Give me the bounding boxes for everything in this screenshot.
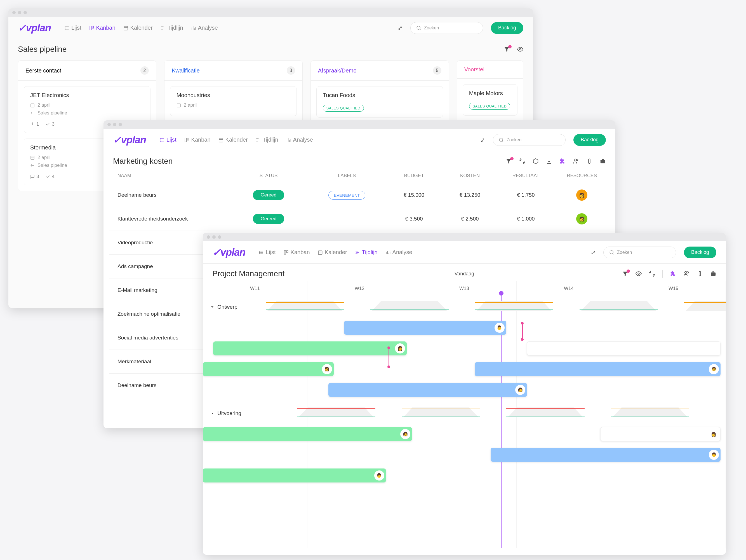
window-control[interactable] (212, 235, 216, 239)
card-pipeline: Sales pipeline (30, 110, 144, 116)
gantt-bar[interactable] (527, 341, 721, 356)
gantt-bar[interactable]: 👩 (203, 427, 412, 441)
tab-analyse[interactable]: Analyse (286, 137, 313, 143)
box-icon[interactable] (533, 158, 539, 164)
window-control[interactable] (24, 11, 27, 14)
column-header[interactable]: Voorstel (457, 61, 523, 79)
expand-icon[interactable]: ⤢ (480, 137, 485, 143)
tab-lijst[interactable]: Lijst (64, 25, 81, 31)
svg-point-17 (417, 26, 420, 29)
tab-tijdlijn[interactable]: Tijdlijn (161, 25, 183, 31)
window-control[interactable] (18, 11, 21, 14)
download-icon[interactable] (546, 158, 552, 164)
filter-icon[interactable]: 1 (506, 158, 512, 164)
eye-icon[interactable] (517, 46, 523, 52)
today-label[interactable]: Vandaag (455, 271, 475, 277)
puzzle-icon[interactable] (560, 158, 566, 164)
svg-rect-8 (124, 26, 128, 30)
filter-icon[interactable] (504, 46, 510, 52)
gantt-bar[interactable]: 👨 (344, 321, 506, 335)
avatar: 👨 (374, 471, 384, 480)
svg-point-19 (519, 49, 521, 50)
column-header[interactable]: Kwalificatie 3 (165, 61, 303, 81)
tab-tijdlijn[interactable]: Tijdlijn (355, 249, 378, 255)
tab-lijst[interactable]: Lijst (259, 249, 276, 255)
timeline-body[interactable]: Ontwerp 👨 👩 👩 👨 👩 Ui (203, 296, 726, 548)
attach-icon[interactable] (697, 271, 703, 277)
tab-kanban[interactable]: Kanban (184, 137, 211, 143)
briefcase-icon[interactable] (710, 271, 716, 277)
topbar: ✓vplan Lijst Kanban Kalender Tijdlijn An… (203, 241, 726, 263)
window-control[interactable] (119, 123, 122, 126)
col-header[interactable]: BUDGET (386, 173, 442, 178)
search-input[interactable]: Zoeken (603, 247, 676, 258)
tab-tijdlijn[interactable]: Tijdlijn (256, 137, 278, 143)
check-count: 3 (46, 121, 54, 127)
kanban-card[interactable]: Maple Motors SALES QUALIFIED (463, 84, 517, 116)
svg-line-67 (613, 253, 614, 254)
check-icon (46, 122, 50, 127)
col-header[interactable]: LABELS (308, 173, 386, 178)
qualified-badge: SALES QUALIFIED (323, 105, 364, 112)
backlog-button[interactable]: Backlog (573, 134, 606, 146)
gantt-bar[interactable]: 👩 (600, 427, 721, 441)
col-header[interactable]: KOSTEN (442, 173, 498, 178)
col-header[interactable]: STATUS (229, 173, 308, 178)
search-input[interactable]: Zoeken (410, 22, 483, 34)
backlog-button[interactable]: Backlog (491, 22, 523, 34)
tab-kalender[interactable]: Kalender (318, 249, 347, 255)
tab-analyse[interactable]: Analyse (191, 25, 218, 31)
expand-icon[interactable]: ⤢ (591, 249, 596, 256)
svg-point-4 (65, 28, 65, 28)
col-header[interactable]: RESULTAAT (498, 173, 554, 178)
table-row[interactable]: Klanttevredenheidsonderzoek Gereed € 3.5… (109, 207, 610, 231)
avatar: 👨 (709, 450, 719, 460)
window-control[interactable] (107, 123, 111, 126)
search-input[interactable]: Zoeken (493, 134, 566, 146)
topbar: ✓vplan Lijst Kanban Kalender Tijdlijn An… (8, 17, 533, 39)
column-header[interactable]: Afspraak/Demo 5 (311, 61, 449, 81)
backlog-button[interactable]: Backlog (684, 247, 716, 258)
eye-icon[interactable] (635, 271, 642, 277)
col-header[interactable]: RESOURCES (554, 173, 610, 178)
gantt-bar[interactable]: 👩 (213, 341, 407, 356)
users-icon[interactable] (573, 158, 579, 164)
tab-kanban[interactable]: Kanban (284, 249, 310, 255)
column-header[interactable]: Eerste contact 2 (18, 61, 156, 81)
cell-kosten: € 13.250 (442, 192, 498, 198)
tab-kalender[interactable]: Kalender (219, 137, 248, 143)
tab-kalender[interactable]: Kalender (123, 25, 153, 31)
kanban-card[interactable]: Moondustries 2 april (170, 86, 297, 116)
window-control[interactable] (113, 123, 116, 126)
gantt-bar[interactable]: 👩 (203, 362, 334, 376)
tab-analyse[interactable]: Analyse (385, 249, 412, 255)
tools-icon[interactable] (649, 271, 655, 277)
window-control[interactable] (218, 235, 221, 239)
expand-icon[interactable]: ⤢ (398, 25, 403, 31)
window-control[interactable] (207, 235, 210, 239)
col-header[interactable]: NAAM (117, 173, 229, 178)
avatar: 👩 (576, 213, 587, 224)
window-control[interactable] (12, 11, 16, 14)
attach-icon[interactable] (586, 158, 593, 164)
tab-kanban[interactable]: Kanban (89, 25, 116, 31)
gantt-bar[interactable]: 👩 (328, 383, 527, 397)
avatar: 👩 (709, 429, 719, 439)
briefcase-icon[interactable] (600, 158, 606, 164)
kanban-card[interactable]: Tucan Foods SALES QUALIFIED (316, 86, 443, 117)
card-title: Maple Motors (469, 90, 511, 96)
tab-lijst[interactable]: Lijst (160, 137, 176, 143)
gantt-bar[interactable]: 👨 (491, 448, 721, 462)
table-row[interactable]: Deelname beurs Gereed EVENEMENT € 15.000… (109, 183, 610, 207)
tools-icon[interactable] (519, 158, 525, 164)
gantt-bar[interactable]: 👨 (475, 362, 721, 376)
users-icon[interactable] (683, 271, 689, 277)
gantt-bar[interactable]: 👨 (203, 469, 386, 482)
flow-icon (30, 111, 35, 115)
cell-resources: 👩 (554, 190, 610, 201)
search-placeholder: Zoeken (507, 137, 521, 142)
filter-icon[interactable] (622, 271, 628, 277)
puzzle-icon[interactable] (670, 271, 676, 277)
svg-rect-34 (219, 138, 223, 142)
avatar: 👨 (494, 323, 505, 333)
